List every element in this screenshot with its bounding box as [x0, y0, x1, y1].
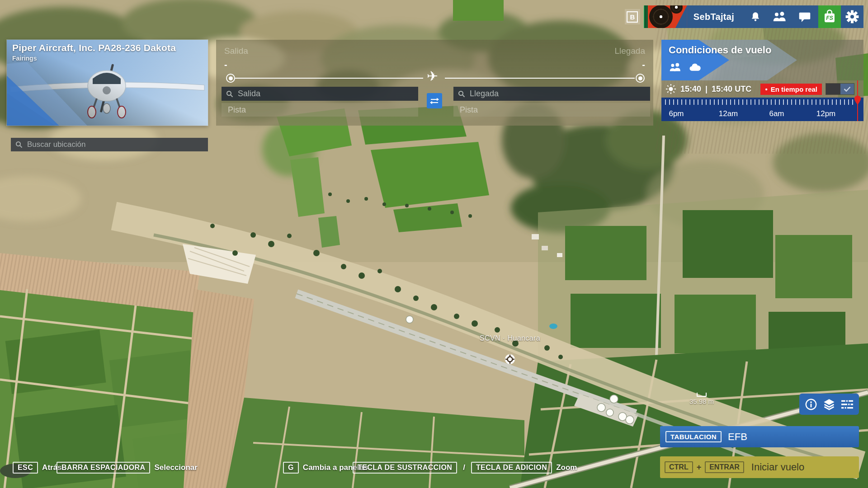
avatar[interactable] [644, 5, 687, 28]
multiplayer-icon [669, 62, 682, 72]
time-cursor-pin[interactable] [854, 96, 862, 105]
airport-label[interactable]: SCVN · Huancara [480, 334, 540, 343]
weather-cloud-icon [688, 62, 702, 72]
timeline-label: 6am [769, 109, 784, 118]
flight-conditions-panel: Condiciones de vuelo [661, 40, 863, 121]
ctrl-keycap: CTRL [665, 461, 693, 473]
aircraft-titles: Piper Aircraft, Inc. PA28-236 Dakota Fai… [12, 42, 176, 62]
hint-select: BARRA ESPACIADORA Seleccionar [57, 462, 198, 474]
departure-selected-value: - [224, 60, 227, 70]
hint-label: Seleccionar [154, 463, 197, 472]
departure-slider-track[interactable] [235, 78, 423, 79]
toggle-on-cell [840, 84, 854, 94]
time-display[interactable]: 15:40 | 15:40 UTC [680, 84, 751, 94]
marketplace-button[interactable]: FS [818, 5, 841, 28]
arrival-search[interactable] [453, 87, 650, 101]
toggle-off-cell [826, 84, 840, 94]
sun-icon [665, 83, 677, 95]
layers-icon [823, 399, 835, 410]
airport-crosshair-marker [505, 354, 515, 364]
location-search[interactable] [11, 138, 208, 151]
route-panel: Salida - Llegada - ✈ [216, 40, 653, 126]
space-keycap: BARRA ESPACIADORA [57, 462, 150, 474]
hint-back: ESC Atrás [13, 462, 62, 474]
departure-label: Salida [224, 46, 248, 56]
enter-keycap: ENTRAR [705, 461, 744, 473]
chat-icon [798, 11, 811, 23]
arrival-slider-handle[interactable] [636, 74, 645, 83]
realtime-badge: • En tiempo real [760, 84, 822, 95]
realtime-toggle[interactable] [826, 83, 854, 95]
arrival-runway-input[interactable] [459, 105, 645, 115]
timeline-label: 12pm [816, 109, 836, 118]
hint-zoom: TECLA DE SUSTRACCION / TECLA DE ADICION … [353, 462, 577, 474]
user-bar: B SebTajtaj [625, 5, 863, 28]
departure-runway[interactable] [222, 103, 418, 117]
location-search-input[interactable] [26, 140, 203, 150]
minus-keycap: TECLA DE SUSTRACCION [353, 462, 457, 474]
map-layers-button[interactable] [823, 399, 835, 410]
g-keycap: G [283, 462, 299, 474]
efb-label: EFB [728, 431, 747, 443]
departure-slider-handle[interactable] [226, 74, 235, 83]
vinyl-record-icon [649, 5, 673, 28]
time-row: 15:40 | 15:40 UTC • En tiempo real [661, 80, 863, 98]
search-icon [458, 90, 465, 98]
time-of-day-timeline[interactable]: 6pm 12am 6am 12pm [661, 98, 863, 121]
swap-route-button[interactable] [427, 93, 442, 108]
arrival-search-input[interactable] [469, 89, 646, 99]
departure-runway-input[interactable] [227, 105, 413, 115]
user-menu: SebTajtaj [687, 5, 818, 28]
timeline-label: 6pm [669, 109, 684, 118]
notifications-button[interactable] [750, 11, 761, 23]
start-flight-button[interactable]: CTRL + ENTRAR Iniciar vuelo [660, 456, 859, 478]
map-pin-icon [854, 96, 862, 105]
bell-icon [750, 11, 761, 23]
search-icon [226, 90, 233, 98]
friends-icon [772, 11, 788, 23]
settings-button[interactable] [841, 5, 863, 28]
esc-keycap: ESC [13, 462, 38, 474]
map-legend-button[interactable] [841, 399, 853, 409]
departure-search-input[interactable] [237, 89, 414, 99]
efb-button[interactable]: TABULACION EFB [660, 426, 859, 447]
timeline-label: 12am [719, 109, 738, 118]
conditions-icons [669, 62, 702, 72]
username[interactable]: SebTajtaj [693, 12, 734, 22]
realtime-dot: • [765, 85, 767, 93]
timeline-ticks [665, 99, 854, 105]
arrival-label: Llegada [614, 46, 645, 56]
utc-time: 15:40 UTC [712, 84, 751, 94]
swap-arrows-icon [430, 97, 439, 105]
search-icon [15, 141, 23, 148]
beta-badge-label: B [627, 11, 638, 23]
legend-icon [841, 399, 853, 409]
avatar-stripes [644, 5, 648, 28]
scale-value: 35.98 m [684, 398, 720, 405]
gear-icon [845, 10, 859, 23]
conditions-title: Condiciones de vuelo [669, 44, 771, 56]
time-separator: | [705, 84, 708, 94]
chat-button[interactable] [798, 11, 811, 23]
msfs-world-map-screen: B SebTajtaj [0, 0, 868, 488]
arrival-selected-value: - [642, 60, 645, 70]
arrival-slider-track[interactable] [445, 78, 635, 79]
efb-keycap: TABULACION [665, 431, 722, 442]
arrival-runway[interactable] [453, 103, 650, 117]
local-time: 15:40 [680, 84, 701, 94]
departure-search[interactable] [222, 87, 418, 101]
map-scale: 35.98 m [684, 393, 720, 405]
aircraft-title: Piper Aircraft, Inc. PA28-236 Dakota [12, 42, 176, 53]
friends-button[interactable] [772, 11, 788, 23]
fs-store-icon: FS [822, 9, 837, 24]
realtime-label: En tiempo real [771, 85, 817, 93]
plus-keycap: TECLA DE ADICION [471, 462, 552, 474]
beta-badge[interactable]: B [625, 9, 640, 24]
selected-aircraft-card[interactable]: Piper Aircraft, Inc. PA28-236 Dakota Fai… [7, 40, 208, 126]
map-toolbar [799, 394, 859, 415]
svg-text:FS: FS [826, 15, 833, 21]
map-info-button[interactable] [805, 399, 817, 410]
flight-conditions-header[interactable]: Condiciones de vuelo [661, 40, 863, 80]
hint-separator: / [463, 463, 465, 472]
plus-sign: + [697, 463, 702, 472]
